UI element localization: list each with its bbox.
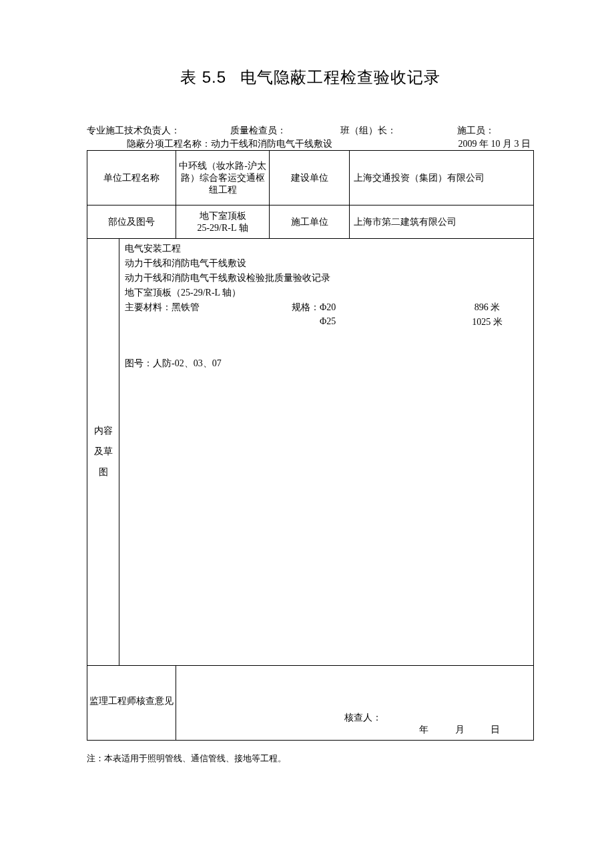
opinion-label: 监理工程师核查意见 (89, 669, 174, 707)
drawing-number: 图号：人防-02、03、07 (125, 358, 529, 370)
opinion-content-cell: 核查人： 年 月 日 (176, 666, 534, 741)
title-number: 表 5.5 (180, 68, 226, 86)
table-row: 单位工程名称 中环线（妆水路-沪太路）综合客运交通枢纽工程 建设单位 上海交通投… (87, 151, 534, 205)
spec-1: Φ20 (320, 302, 336, 312)
page-title: 表 5.5 电气隐蔽工程检查验收记录 (87, 67, 534, 88)
header-row-1: 专业施工技术负责人： 质量检查员： 班（组）长： 施工员： (87, 125, 534, 137)
team-lead-label: 班（组）长： (340, 125, 457, 137)
spec-label: 规格： (292, 302, 320, 312)
sub-name-label: 隐蔽分项工程名称： (127, 139, 211, 149)
table-row: 部位及图号 地下室顶板 25-29/R-L 轴 施工单位 上海市第二建筑有限公司 (87, 205, 534, 239)
header-row-2: 隐蔽分项工程名称：动力干线和消防电气干线敷设 2009 年 10 月 3 日 (87, 138, 534, 150)
unit-project-value: 中环线（妆水路-沪太路）综合客运交通枢纽工程 (176, 151, 270, 205)
qty-1: 896 米 (445, 302, 529, 314)
part-value: 地下室顶板 25-29/R-L 轴 (176, 205, 270, 239)
build-unit-label: 建设单位 (270, 151, 350, 205)
content-side-label: 内容 及草 图 (87, 239, 119, 666)
sub-name-value: 动力干线和消防电气干线敷设 (211, 139, 332, 149)
reviewer-label: 核查人： (344, 712, 382, 724)
construct-unit-value: 上海市第二建筑有限公司 (350, 205, 534, 239)
date-line: 年 月 日 (395, 724, 500, 736)
content-line-3: 动力干线和消防电气干线敷设检验批质量验收记录 (125, 272, 529, 284)
content-line-1: 电气安装工程 (125, 243, 529, 255)
opinion-label-cell: 监理工程师核查意见 (87, 666, 176, 741)
table-row: 内容 及草 图 电气安装工程 动力干线和消防电气干线敷设 动力干线和消防电气干线… (87, 239, 534, 666)
part-label: 部位及图号 (87, 205, 176, 239)
content-cell: 电气安装工程 动力干线和消防电气干线敷设 动力干线和消防电气干线敷设检验批质量验… (119, 239, 534, 666)
main-table: 单位工程名称 中环线（妆水路-沪太路）综合客运交通枢纽工程 建设单位 上海交通投… (87, 150, 534, 741)
qty-2: 1025 米 (445, 316, 529, 328)
material-label: 主要材料：黑铁管 (125, 302, 292, 314)
table-row: 监理工程师核查意见 核查人： 年 月 日 (87, 666, 534, 741)
material-row-2: Φ25 1025 米 (125, 316, 529, 328)
content-line-2: 动力干线和消防电气干线敷设 (125, 258, 529, 270)
material-row-1: 主要材料：黑铁管 规格：Φ20 896 米 (125, 302, 529, 314)
header-date: 2009 年 10 月 3 日 (374, 138, 534, 150)
worker-label: 施工员： (457, 125, 495, 137)
construct-unit-label: 施工单位 (270, 205, 350, 239)
title-text: 电气隐蔽工程检查验收记录 (240, 69, 440, 86)
tech-lead-label: 专业施工技术负责人： (87, 125, 230, 137)
content-line-4: 地下室顶板（25-29/R-L 轴） (125, 287, 529, 299)
build-unit-value: 上海交通投资（集团）有限公司 (350, 151, 534, 205)
spec-2: Φ25 (320, 316, 336, 326)
unit-project-label: 单位工程名称 (87, 151, 176, 205)
footnote: 注：本表适用于照明管线、通信管线、接地等工程。 (87, 753, 534, 765)
qc-label: 质量检查员： (230, 125, 340, 137)
